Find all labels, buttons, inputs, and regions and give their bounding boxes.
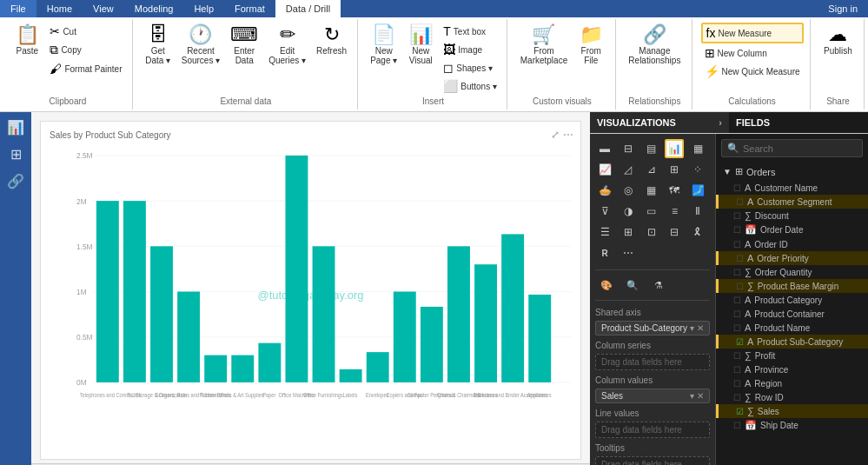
filters-tool[interactable]: ⚗ — [647, 274, 670, 296]
tab-format[interactable]: Format — [224, 0, 275, 17]
chip-dropdown-icon[interactable]: ▾ — [690, 323, 694, 333]
column-values-chip[interactable]: Sales ▾ ✕ — [595, 389, 710, 403]
analytics-tool[interactable]: 🔍 — [621, 274, 644, 296]
field-checkbox-product-name[interactable]: ☐ — [733, 323, 741, 333]
field-checkbox-profit[interactable]: ☐ — [733, 351, 741, 361]
format-painter-button[interactable]: 🖌 Format Painter — [46, 60, 125, 77]
vis-waterfall-icon[interactable]: ⊟ — [665, 223, 684, 242]
from-file-button[interactable]: 📁 FromFile — [573, 23, 608, 68]
vis-card-icon[interactable]: ▭ — [642, 202, 661, 221]
field-checkbox-order-quantity[interactable]: ☐ — [733, 268, 741, 277]
text-box-button[interactable]: T Text box — [440, 23, 500, 40]
from-marketplace-button[interactable]: 🛒 FromMarketplace — [516, 23, 572, 68]
vis-pie-icon[interactable]: 🥧 — [595, 181, 614, 200]
vis-scatter-icon[interactable]: ⁘ — [688, 160, 707, 179]
sidebar-report-icon[interactable]: 📊 — [3, 116, 28, 139]
field-product-name[interactable]: ☐ Α Product Name — [716, 321, 868, 335]
tab-view[interactable]: View — [83, 0, 124, 17]
recent-sources-button[interactable]: 🕐 RecentSources ▾ — [177, 23, 224, 68]
vis-combo-icon[interactable]: ⊞ — [665, 160, 684, 179]
new-column-button[interactable]: ⊞ New Column — [701, 44, 804, 62]
vis-expand-button[interactable]: › — [719, 117, 722, 128]
new-quick-measure-button[interactable]: ⚡ New Quick Measure — [701, 63, 804, 80]
sign-in-button[interactable]: Sign in — [818, 0, 868, 17]
shared-axis-chip[interactable]: Product Sub-Category ▾ ✕ — [595, 321, 710, 335]
tooltips-drop[interactable]: Drag data fields here — [595, 456, 710, 465]
get-data-button[interactable]: 🗄 GetData ▾ — [141, 23, 176, 68]
field-checkbox-customer-name[interactable]: ☐ — [733, 183, 741, 193]
vis-line-icon[interactable]: 📈 — [595, 160, 614, 179]
vis-area-icon[interactable]: ◿ — [619, 160, 638, 179]
vis-r-icon[interactable]: R — [595, 243, 614, 262]
field-checkbox-row-id[interactable]: ☐ — [733, 393, 741, 402]
field-province[interactable]: ☐ Α Province — [716, 362, 868, 376]
vis-treemap-icon[interactable]: ▦ — [642, 181, 661, 200]
field-product-sub-category[interactable]: ☑ Α Product Sub-Category — [716, 335, 868, 349]
field-checkbox-ship-date[interactable]: ☐ — [733, 421, 741, 430]
field-checkbox-product-sub-category[interactable]: ☑ — [736, 337, 744, 347]
vis-matrix-icon[interactable]: ⊡ — [642, 223, 661, 242]
field-region[interactable]: ☐ Α Region — [716, 376, 868, 390]
vis-stacked-column-icon[interactable]: ▦ — [688, 139, 707, 158]
field-profit[interactable]: ☐ ∑ Profit — [716, 349, 868, 362]
field-order-id[interactable]: ☐ Α Order ID — [716, 237, 868, 251]
field-row-id[interactable]: ☐ ∑ Row ID — [716, 390, 868, 404]
field-discount[interactable]: ☐ ∑ Discount — [716, 209, 868, 223]
chart-expand-icon[interactable]: ⤢ — [551, 129, 560, 141]
vis-multi-row-icon[interactable]: ≡ — [665, 202, 684, 221]
field-customer-name[interactable]: ☐ Α Customer Name — [716, 181, 868, 195]
field-product-category[interactable]: ☐ Α Product Category — [716, 293, 868, 307]
vis-stacked-area-icon[interactable]: ⊿ — [642, 160, 661, 179]
vis-filled-map-icon[interactable]: 🗾 — [688, 181, 707, 200]
tab-home[interactable]: Home — [36, 0, 83, 17]
vis-100pct-bar-icon[interactable]: ▤ — [642, 139, 661, 158]
paste-button[interactable]: 📋 Paste — [10, 23, 44, 58]
new-visual-button[interactable]: 📊 NewVisual — [403, 23, 438, 68]
field-checkbox-product-base-margin[interactable]: ☐ — [736, 282, 744, 291]
field-checkbox-sales[interactable]: ☑ — [736, 407, 744, 416]
vis-gauge-icon[interactable]: ◑ — [619, 202, 638, 221]
vis-bar-icon[interactable]: ▬ — [595, 139, 614, 158]
vis-donut-icon[interactable]: ◎ — [619, 181, 638, 200]
field-checkbox-province[interactable]: ☐ — [733, 365, 741, 375]
vis-kpi-icon[interactable]: Ⅱ — [688, 202, 707, 221]
field-product-container[interactable]: ☐ Α Product Container — [716, 307, 868, 321]
field-product-base-margin[interactable]: ☐ ∑ Product Base Margin — [716, 279, 868, 293]
copy-button[interactable]: ⧉ Copy — [46, 41, 125, 59]
tab-modeling[interactable]: Modeling — [124, 0, 184, 17]
tab-file[interactable]: File — [0, 0, 36, 17]
orders-group-header[interactable]: ▼ ⊞ Orders — [716, 163, 868, 181]
vis-table-icon[interactable]: ⊞ — [619, 223, 638, 242]
sidebar-model-icon[interactable]: 🔗 — [3, 169, 28, 193]
field-customer-segment[interactable]: ☐ Α Customer Segment — [716, 195, 868, 209]
chart-more-icon[interactable]: ⋯ — [563, 129, 573, 141]
field-order-priority[interactable]: ☐ Α Order Priority — [716, 251, 868, 265]
field-order-quantity[interactable]: ☐ ∑ Order Quantity — [716, 265, 868, 279]
refresh-button[interactable]: ↻ Refresh — [312, 23, 351, 58]
field-checkbox-product-container[interactable]: ☐ — [733, 309, 741, 319]
vis-stacked-bar-icon[interactable]: ⊟ — [619, 139, 638, 158]
vis-ribbon-icon[interactable]: 🎗 — [688, 223, 707, 242]
vis-slicer-icon[interactable]: ☰ — [595, 223, 614, 242]
format-tool[interactable]: 🎨 — [595, 274, 618, 296]
field-sales[interactable]: ☑ ∑ Sales — [716, 404, 868, 418]
new-page-button[interactable]: 📄 NewPage ▾ — [366, 23, 401, 68]
tab-help[interactable]: Help — [183, 0, 224, 17]
manage-relationships-button[interactable]: 🔗 ManageRelationships — [624, 23, 685, 68]
edit-queries-button[interactable]: ✏ EditQueries ▾ — [264, 23, 310, 68]
column-series-drop[interactable]: Drag data fields here — [595, 354, 710, 370]
values-dropdown-icon[interactable]: ▾ — [690, 391, 694, 401]
field-checkbox-order-priority[interactable]: ☐ — [736, 254, 744, 263]
field-checkbox-discount[interactable]: ☐ — [733, 211, 741, 221]
new-measure-button[interactable]: fx New Measure — [701, 23, 804, 43]
enter-data-button[interactable]: ⌨ EnterData — [226, 23, 262, 68]
fields-search-input[interactable] — [743, 143, 863, 154]
chip-remove-icon[interactable]: ✕ — [697, 323, 704, 333]
field-ship-date[interactable]: ☐ 📅 Ship Date — [716, 418, 868, 433]
field-checkbox-region[interactable]: ☐ — [733, 379, 741, 389]
field-checkbox-order-date[interactable]: ☐ — [733, 225, 741, 235]
field-order-date[interactable]: ☐ 📅 Order Date — [716, 223, 868, 237]
vis-map-icon[interactable]: 🗺 — [665, 181, 684, 200]
cut-button[interactable]: ✂ Cut — [46, 23, 125, 40]
vis-more-icon[interactable]: ⋯ — [619, 243, 638, 262]
